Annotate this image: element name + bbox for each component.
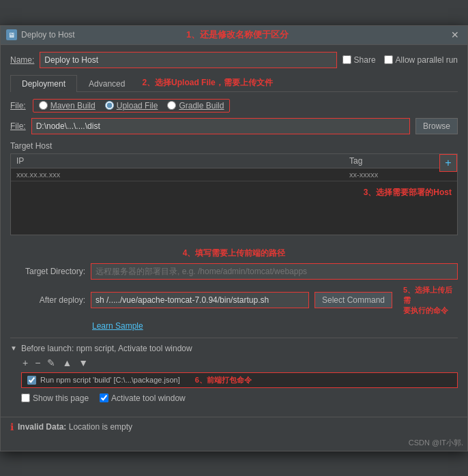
filepath-row: File: Browse (10, 118, 458, 134)
after-deploy-input[interactable] (91, 292, 309, 308)
close-button[interactable]: ✕ (448, 29, 462, 40)
collapse-icon[interactable]: ▼ (10, 344, 17, 352)
launch-item-checkbox[interactable] (27, 376, 36, 385)
host-tag: xx-xxxxx (349, 170, 452, 179)
error-bold-text: Invalid Data: (18, 422, 66, 432)
dialog-content: Name: Share Allow parallel run Deploymen… (1, 45, 467, 417)
name-input[interactable] (40, 52, 336, 68)
gradle-build-option[interactable]: Gradle Build (167, 101, 224, 110)
launch-edit-btn[interactable]: ✎ (46, 357, 57, 368)
launch-item: Run npm script 'build' [C:\...\package.j… (21, 372, 458, 388)
table-row: xxx.xx.xx.xxx xx-xxxxx (11, 168, 457, 181)
tab-advanced[interactable]: Advanced (77, 75, 136, 92)
maven-build-option[interactable]: Maven Build (39, 101, 96, 110)
file-type-label: File: (10, 101, 26, 110)
step3-annotation: 3、选择需要部署的Host (364, 187, 452, 198)
col-ip-header: IP (16, 156, 349, 166)
title-bar: 🖥 Deploy to Host 1、还是修改名称便于区分 ✕ (1, 26, 467, 45)
target-directory-row: Target Directory: (10, 263, 458, 280)
gradle-build-radio[interactable] (167, 101, 176, 110)
launch-item-label: Run npm script 'build' [C:\...\package.j… (40, 376, 180, 384)
step4-annotation-row: 4、填写需要上传前端的路径 (10, 248, 458, 259)
after-deploy-label: After deploy: (10, 295, 85, 305)
after-deploy-row: After deploy: Select Command 5、选择上传后需 要执… (10, 285, 458, 316)
add-host-button[interactable]: + (439, 154, 457, 172)
filepath-input[interactable] (31, 118, 410, 134)
maven-build-radio[interactable] (39, 101, 48, 110)
launch-down-btn[interactable]: ▼ (77, 357, 89, 368)
target-dir-label: Target Directory: (10, 267, 85, 276)
before-launch-header: ▼ Before launch: npm script, Activate to… (10, 344, 458, 353)
file-type-row: File: Maven Build Upload File Gradle Bui… (10, 99, 458, 113)
launch-add-btn[interactable]: + (21, 357, 29, 368)
before-launch-section: ▼ Before launch: npm script, Activate to… (10, 338, 458, 388)
show-this-page-text: Show this page (33, 393, 89, 403)
maven-build-label: Maven Build (50, 101, 96, 110)
target-host-title: Target Host (10, 141, 458, 151)
activate-tool-window-label[interactable]: Activate tool window (100, 393, 186, 403)
col-tag-header: Tag (349, 156, 452, 166)
bottom-checks: Show this page Activate tool window (10, 393, 458, 403)
upload-file-label: Upload File (117, 101, 158, 110)
share-checkbox[interactable] (342, 55, 351, 64)
error-message: Location is empty (69, 422, 132, 432)
allow-parallel-label: Allow parallel run (396, 55, 458, 65)
step4-annotation: 4、填写需要上传前端的路径 (183, 248, 286, 258)
name-row: Name: Share Allow parallel run (10, 52, 458, 68)
learn-sample-link[interactable]: Learn Sample (92, 321, 458, 331)
name-right-options: Share Allow parallel run (342, 55, 458, 65)
show-this-page-label[interactable]: Show this page (21, 393, 89, 403)
target-host-table: IP Tag + xxx.xx.xx.xxx xx-xxxxx 3、选择需要部署… (10, 153, 458, 235)
target-dir-input[interactable] (91, 263, 458, 280)
upload-file-option[interactable]: Upload File (105, 101, 158, 110)
step5-annotation: 5、选择上传后需 要执行的命令 (403, 285, 458, 316)
tab-deployment[interactable]: Deployment (10, 75, 77, 92)
select-command-button[interactable]: Select Command (315, 292, 392, 308)
step1-annotation: 1、还是修改名称便于区分 (186, 29, 289, 41)
deploy-dialog: 🖥 Deploy to Host 1、还是修改名称便于区分 ✕ Name: Sh… (0, 25, 468, 451)
step2-annotation: 2、选择Upload File，需要上传文件 (142, 77, 272, 89)
launch-toolbar: + − ✎ ▲ ▼ (10, 357, 458, 368)
filepath-label: File: (10, 121, 26, 131)
host-ip: xxx.xx.xx.xxx (16, 170, 349, 179)
dialog-icon: 🖥 (6, 29, 17, 40)
allow-parallel-checkbox[interactable] (384, 55, 393, 64)
show-this-page-checkbox[interactable] (21, 393, 30, 402)
watermark: CSDN @IT小郭. (1, 436, 467, 451)
activate-tool-window-text: Activate tool window (111, 393, 186, 403)
dialog-title: Deploy to Host (21, 30, 181, 40)
browse-button[interactable]: Browse (415, 118, 458, 134)
activate-tool-window-checkbox[interactable] (100, 393, 108, 402)
launch-remove-btn[interactable]: − (33, 357, 42, 368)
file-type-radio-group: Maven Build Upload File Gradle Build (33, 99, 231, 113)
share-checkbox-label[interactable]: Share (342, 55, 376, 65)
error-bar: ℹ Invalid Data: Location is empty (1, 417, 467, 436)
tabs: Deployment Advanced 2、选择Upload File，需要上传… (10, 75, 458, 92)
share-label: Share (354, 55, 376, 65)
before-launch-title: Before launch: npm script, Activate tool… (21, 344, 192, 353)
launch-up-btn[interactable]: ▲ (61, 357, 73, 368)
error-text: Invalid Data: Location is empty (18, 422, 132, 432)
error-icon: ℹ (10, 421, 14, 432)
allow-parallel-checkbox-label[interactable]: Allow parallel run (384, 55, 458, 65)
gradle-build-label: Gradle Build (179, 101, 224, 110)
table-header: IP Tag (11, 154, 457, 168)
name-label: Name: (10, 55, 34, 65)
upload-file-radio[interactable] (105, 101, 114, 110)
step6-annotation: 6、前端打包命令 (195, 375, 252, 385)
